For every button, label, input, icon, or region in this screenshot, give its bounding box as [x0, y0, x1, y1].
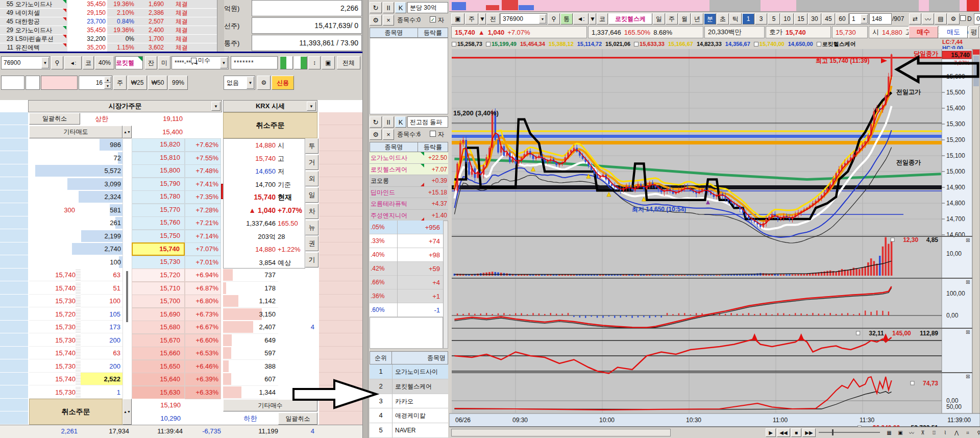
bottom-tool-1[interactable]: ◀◀: [777, 428, 790, 437]
margin-ratio-box[interactable]: 40%: [95, 56, 114, 69]
bottom-tool-5[interactable]: ▣: [895, 428, 905, 437]
orderbook-title[interactable]: 시장가주문▼: [28, 100, 222, 112]
bid-price[interactable]: 15,690: [132, 308, 185, 321]
tf-틱[interactable]: 틱: [729, 13, 742, 25]
ask-price[interactable]: 15,750: [132, 230, 185, 243]
bid-price[interactable]: 15,630: [132, 386, 185, 399]
credit-button[interactable]: 신용: [272, 76, 294, 90]
bottom-tool-8[interactable]: ⍍: [929, 428, 939, 437]
tf-3[interactable]: 3: [755, 13, 767, 25]
bottom-tool-4[interactable]: ▦: [884, 428, 894, 437]
tf-60[interactable]: 60: [836, 13, 849, 25]
tf-전[interactable]: 전: [486, 13, 500, 25]
bid-price[interactable]: 15,660: [132, 347, 185, 360]
ask-price[interactable]: 15,810: [132, 152, 185, 165]
pct-scrollbar[interactable]: [443, 221, 448, 349]
zoom-slider[interactable]: [819, 432, 880, 433]
chevron-down-icon[interactable]: ▼: [861, 14, 868, 23]
ask-row[interactable]: 261: [29, 216, 122, 229]
popup-window-button[interactable]: ▣: [322, 56, 335, 69]
password-field[interactable]: *******: [231, 56, 278, 69]
bid-price[interactable]: 15,680: [132, 321, 185, 334]
bid-price[interactable]: 15,650: [132, 360, 185, 373]
ask-row[interactable]: 2,199: [29, 230, 122, 242]
watchlist-row[interactable]: 11유진에텍35,2001.15%3,602체결: [0, 43, 217, 52]
pct-list-row[interactable]: .33%+74: [370, 234, 443, 248]
ask-row[interactable]: 3,099: [29, 178, 122, 190]
pause-icon[interactable]: II: [383, 116, 394, 128]
gear-icon[interactable]: ⚙: [370, 15, 382, 26]
pct-list-row[interactable]: .60%-1: [370, 303, 443, 317]
side-tab-1[interactable]: 거: [305, 155, 318, 170]
balance-button[interactable]: 잔: [145, 56, 157, 69]
buy-button[interactable]: 매수: [909, 26, 938, 38]
scan2-row[interactable]: 주성엔지니어+1.40: [370, 210, 448, 222]
side-tab-3[interactable]: 일: [305, 187, 318, 203]
bottom-tool-10[interactable]: ⋀: [951, 428, 962, 437]
ask-row[interactable]: 5,572: [29, 164, 122, 177]
search-icon[interactable]: ⚲: [548, 13, 560, 25]
scan2-row[interactable]: 딥마인드+15.18: [370, 187, 448, 199]
watchlist-row[interactable]: 23LS마린솔루션32,2000%1,700체결: [0, 35, 217, 43]
tf-06/26[interactable]: 06/26: [974, 13, 980, 25]
watchlist-row[interactable]: 45대한항공23,7000.84%2,507체결: [0, 17, 217, 26]
w50-button[interactable]: ₩50: [148, 76, 167, 90]
credit-type-select[interactable]: 없음▼: [224, 76, 255, 90]
chevron-down-icon[interactable]: ▼: [307, 102, 316, 111]
bid-price[interactable]: 15,700: [132, 295, 185, 308]
pct-list-row[interactable]: .40%+98: [370, 248, 443, 262]
tf-코[interactable]: 코: [597, 13, 608, 25]
krx-title[interactable]: KRX 시세▼: [223, 100, 317, 112]
bid-price[interactable]: 15,720: [132, 269, 185, 282]
sell-button[interactable]: 매도: [939, 26, 968, 38]
bottom-tool-6[interactable]: 〰: [906, 428, 917, 437]
scan2-row[interactable]: 로킷헬스케어+7.07: [370, 164, 448, 176]
ask-price[interactable]: 15,730: [132, 256, 185, 269]
watchlist-scrollbar[interactable]: [217, 0, 224, 52]
bottom-tool-12[interactable]: ⚲: [974, 428, 980, 437]
rank-row[interactable]: 3카카오: [370, 394, 448, 409]
price-field[interactable]: [41, 76, 78, 90]
tf-5[interactable]: 5: [768, 13, 780, 25]
checkbox-icon[interactable]: [430, 131, 436, 137]
chevron-down-icon[interactable]: ▼: [211, 102, 220, 111]
spin-down-icon[interactable]: ▼: [104, 83, 111, 89]
tf-통[interactable]: 통: [560, 13, 573, 25]
bottom-tool-7[interactable]: ⊼: [918, 428, 928, 437]
tf-376900[interactable]: 376900▼: [500, 13, 547, 25]
tf-월[interactable]: 월: [678, 13, 691, 25]
tf-30[interactable]: 30: [808, 13, 821, 25]
bottom-tool-3[interactable]: ▶▶: [802, 428, 816, 437]
tf-148[interactable]: 148: [869, 13, 892, 25]
tf-주[interactable]: 주: [465, 13, 478, 25]
avg-button[interactable]: 평: [969, 26, 979, 38]
stock-name-box[interactable]: 로킷헬: [115, 56, 143, 69]
tf-초[interactable]: 초: [717, 13, 729, 25]
chevron-down-icon[interactable]: ▼: [479, 13, 486, 25]
bottom-tool-0[interactable]: ▶: [766, 428, 776, 437]
ladder-scroll-track[interactable]: [122, 138, 132, 399]
other-buy-button[interactable]: 기타매수: [223, 399, 317, 411]
other-sell-button[interactable]: 기타매도: [29, 126, 122, 138]
bid-price[interactable]: 15,670: [132, 334, 185, 347]
pct-list-row[interactable]: .36%+1: [370, 289, 443, 303]
rank-row[interactable]: 5NAVER: [370, 423, 448, 438]
ask-price[interactable]: 15,820: [132, 138, 185, 152]
blank-field-1[interactable]: [1, 76, 24, 90]
bottom-tool-11[interactable]: ⌗: [963, 428, 973, 437]
spinner[interactable]: ▲▼: [122, 126, 132, 138]
side-tab-4[interactable]: 차: [305, 204, 318, 219]
tf-/907[interactable]: /907: [892, 13, 909, 25]
close-icon[interactable]: ×: [383, 15, 394, 26]
ask-row[interactable]: 2,740: [29, 242, 122, 255]
scan1-title[interactable]: 분당 30억: [407, 2, 448, 13]
cancel-all-button[interactable]: 일괄취소: [29, 113, 80, 125]
pct-list-row[interactable]: .05%+956: [370, 221, 443, 234]
k-button[interactable]: K: [395, 2, 406, 13]
chart-hscrollbar[interactable]: [451, 429, 671, 436]
spinner[interactable]: ▲▼: [122, 399, 132, 425]
cancel-all-button-2[interactable]: 일괄취소: [278, 412, 317, 425]
blank-field-2[interactable]: [26, 76, 40, 90]
bottom-tool-9[interactable]: ⌇: [940, 428, 950, 437]
ladder-scroll-handle[interactable]: [126, 271, 128, 322]
